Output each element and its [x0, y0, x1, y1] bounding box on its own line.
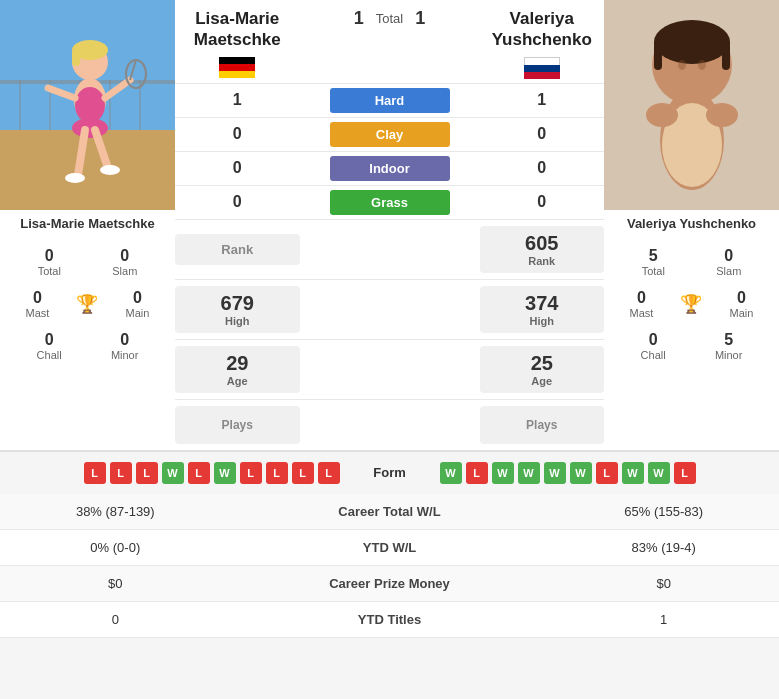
- right-minor-stat: 5 Minor: [715, 331, 743, 361]
- main-container: Lisa-Marie Maetschke 0 Total 0 Slam: [0, 0, 779, 638]
- right-chall-value: 0: [641, 331, 666, 349]
- form-left-badge-6: L: [240, 462, 262, 484]
- left-high-label: High: [175, 315, 300, 327]
- left-plays-label: Plays: [175, 418, 300, 432]
- stats-right-val-2: $0: [548, 565, 779, 601]
- svg-rect-11: [72, 48, 80, 66]
- left-trophy-icon: 🏆: [76, 289, 98, 319]
- surf-left-score-indoor: 0: [175, 159, 300, 177]
- right-high-block: 374 High: [480, 286, 605, 333]
- left-age-value: 29: [175, 352, 300, 375]
- form-left-badge-0: L: [84, 462, 106, 484]
- surf-right-score-grass: 0: [480, 193, 605, 211]
- form-right-badge-2: W: [492, 462, 514, 484]
- surf-left-score-hard: 1: [175, 91, 300, 109]
- left-main-label: Main: [126, 307, 150, 319]
- svg-rect-1: [0, 130, 175, 210]
- svg-point-32: [706, 103, 738, 127]
- total-right-score: 1: [415, 8, 425, 29]
- right-chall-label: Chall: [641, 349, 666, 361]
- svg-point-27: [678, 60, 686, 70]
- left-player-panel: Lisa-Marie Maetschke 0 Total 0 Slam: [0, 0, 175, 450]
- left-mast-value: 0: [26, 289, 50, 307]
- stats-row-1: 0% (0-0) YTD W/L 83% (19-4): [0, 529, 779, 565]
- surface-row-clay: 0 Clay 0: [175, 117, 604, 151]
- right-chall-minor-row: 0 Chall 5 Minor: [616, 327, 767, 365]
- right-chall-stat: 0 Chall: [641, 331, 666, 361]
- svg-point-24: [654, 20, 730, 64]
- form-right-badge-7: W: [622, 462, 644, 484]
- form-right-badge-9: L: [674, 462, 696, 484]
- right-player-photo: [604, 0, 779, 210]
- svg-point-31: [646, 103, 678, 127]
- right-minor-label: Minor: [715, 349, 743, 361]
- surf-left-score-grass: 0: [175, 193, 300, 211]
- right-high-label: High: [480, 315, 605, 327]
- right-plays-label: Plays: [480, 418, 605, 432]
- left-player-photo: [0, 0, 175, 210]
- left-plays-block: Plays: [175, 406, 300, 444]
- svg-point-12: [75, 87, 105, 123]
- stats-row-0: 38% (87-139) Career Total W/L 65% (155-8…: [0, 494, 779, 530]
- high-row: 679 High 374 High: [175, 279, 604, 339]
- form-right-badge-5: W: [570, 462, 592, 484]
- form-right-badge-4: W: [544, 462, 566, 484]
- stats-right-val-0: 65% (155-83): [548, 494, 779, 530]
- right-total-stat: 5 Total: [642, 247, 665, 277]
- right-minor-value: 5: [715, 331, 743, 349]
- total-left-score: 1: [354, 8, 364, 29]
- form-section: LLLWLWLLLL Form WLWWWWLWWL: [0, 450, 779, 494]
- left-total-value: 0: [38, 247, 61, 265]
- left-minor-label: Minor: [111, 349, 139, 361]
- surface-row-indoor: 0 Indoor 0: [175, 151, 604, 185]
- left-rank-label: Rank: [175, 242, 300, 257]
- left-total-label: Total: [38, 265, 61, 277]
- right-mast-main-row: 0 Mast 🏆 0 Main: [616, 285, 767, 323]
- stats-right-val-1: 83% (19-4): [548, 529, 779, 565]
- left-total-slam-row: 0 Total 0 Slam: [12, 243, 163, 281]
- left-slam-stat: 0 Slam: [112, 247, 137, 277]
- surface-row-grass: 0 Grass 0: [175, 185, 604, 219]
- age-row: 29 Age 25 Age: [175, 339, 604, 399]
- surf-badge-grass: Grass: [300, 190, 480, 215]
- left-high-value: 679: [175, 292, 300, 315]
- left-slam-value: 0: [112, 247, 137, 265]
- form-left-badge-8: L: [292, 462, 314, 484]
- form-left-badge-9: L: [318, 462, 340, 484]
- stats-left-val-3: 0: [0, 601, 231, 637]
- right-age-block: 25 Age: [480, 346, 605, 393]
- left-chall-minor-row: 0 Chall 0 Minor: [12, 327, 163, 365]
- right-total-slam-row: 5 Total 0 Slam: [616, 243, 767, 281]
- stats-label-0: Career Total W/L: [231, 494, 549, 530]
- right-mast-label: Mast: [630, 307, 654, 319]
- flag-germany: [219, 57, 255, 79]
- surface-row-hard: 1 Hard 1: [175, 83, 604, 117]
- stats-label-3: YTD Titles: [231, 601, 549, 637]
- right-player-name: Valeriya Yushchenko: [604, 210, 779, 235]
- left-slam-label: Slam: [112, 265, 137, 277]
- svg-point-13: [72, 118, 108, 138]
- stats-table: 38% (87-139) Career Total W/L 65% (155-8…: [0, 494, 779, 638]
- stats-label-2: Career Prize Money: [231, 565, 549, 601]
- stats-row-3: 0 YTD Titles 1: [0, 601, 779, 637]
- right-mast-value: 0: [630, 289, 654, 307]
- stats-right-val-3: 1: [548, 601, 779, 637]
- surf-badge-indoor: Indoor: [300, 156, 480, 181]
- surf-right-score-indoor: 0: [480, 159, 605, 177]
- right-high-value: 374: [480, 292, 605, 315]
- right-stats-panel: 5 Total 0 Slam 0 Mast 🏆: [604, 235, 779, 373]
- form-left-badge-5: W: [214, 462, 236, 484]
- right-name-header: Valeriya Yushchenko: [480, 8, 605, 79]
- form-badges-right: WLWWWWLWWL: [440, 462, 768, 484]
- total-label: Total: [376, 11, 403, 26]
- total-center-block: 1 Total 1: [300, 8, 480, 29]
- names-row: Lisa-Marie Maetschke 1 Total 1: [175, 0, 604, 83]
- compare-center-panel: Lisa-Marie Maetschke 1 Total 1: [175, 0, 604, 450]
- surf-right-score-hard: 1: [480, 91, 605, 109]
- flag-russia: [524, 57, 560, 79]
- form-left-badge-3: W: [162, 462, 184, 484]
- left-flag: [183, 57, 292, 79]
- right-age-value: 25: [480, 352, 605, 375]
- form-label: Form: [340, 465, 440, 480]
- form-left-badge-2: L: [136, 462, 158, 484]
